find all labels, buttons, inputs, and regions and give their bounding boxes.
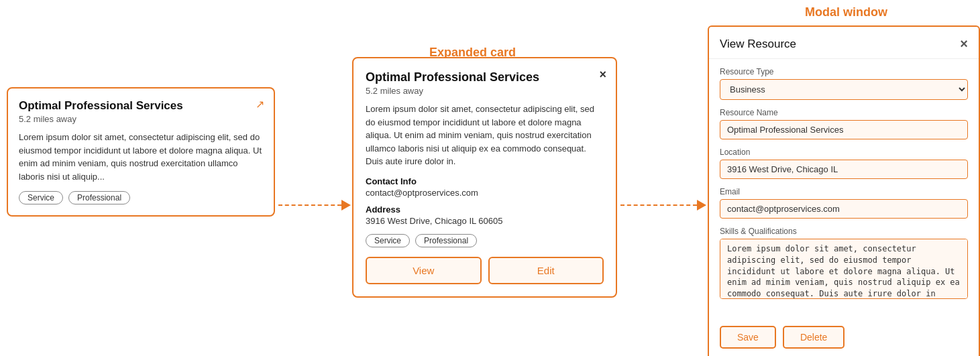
modal-container: View Resource × Resource Type Business R… bbox=[708, 25, 980, 356]
resource-name-group: Resource Name bbox=[720, 108, 968, 139]
expanded-contact-value: contact@optproservices.com bbox=[366, 188, 604, 198]
expanded-close-icon[interactable]: × bbox=[599, 68, 606, 82]
modal-window: View Resource × Resource Type Business R… bbox=[708, 25, 980, 356]
expanded-card-description: Lorem ipsum dolor sit amet, consectetur … bbox=[366, 103, 604, 168]
expanded-card-title: Optimal Professional Services bbox=[366, 70, 604, 84]
skills-label: Skills & Qualifications bbox=[720, 227, 968, 236]
modal-title: View Resource bbox=[720, 38, 796, 51]
arrow-expanded-to-modal bbox=[620, 200, 706, 211]
expanded-card: × Optimal Professional Services 5.2 mile… bbox=[352, 57, 617, 298]
arrow-line-1 bbox=[278, 204, 341, 206]
resource-type-group: Resource Type Business bbox=[720, 67, 968, 100]
delete-button[interactable]: Delete bbox=[783, 326, 845, 349]
condensed-card-distance: 5.2 miles away bbox=[19, 114, 263, 124]
modal-body: Resource Type Business Resource Name Loc… bbox=[709, 59, 979, 319]
resource-name-label: Resource Name bbox=[720, 108, 968, 117]
skills-group: Skills & Qualifications Lorem ipsum dolo… bbox=[720, 227, 968, 302]
expanded-card-distance: 5.2 miles away bbox=[366, 86, 604, 96]
expanded-tag-service: Service bbox=[366, 234, 410, 247]
email-input[interactable] bbox=[720, 199, 968, 219]
expanded-address-value: 3916 West Drive, Chicago IL 60605 bbox=[366, 216, 604, 226]
arrow-line-2 bbox=[620, 204, 697, 206]
expanded-card-actions: View Edit bbox=[366, 257, 604, 284]
skills-textarea[interactable]: Lorem ipsum dolor sit amet, consectetur … bbox=[720, 239, 968, 299]
condensed-card-tags: Service Professional bbox=[19, 191, 263, 204]
edit-button[interactable]: Edit bbox=[488, 257, 604, 284]
arrow-head-1 bbox=[341, 200, 351, 211]
location-group: Location bbox=[720, 147, 968, 179]
condensed-card-body: ↗ Optimal Professional Services 5.2 mile… bbox=[7, 87, 275, 217]
expanded-address-label: Address bbox=[366, 204, 604, 215]
modal-close-icon[interactable]: × bbox=[960, 36, 968, 52]
condensed-card: ↗ Optimal Professional Services 5.2 mile… bbox=[7, 87, 275, 217]
condensed-tag-professional: Professional bbox=[68, 191, 130, 204]
expanded-address-section: Address 3916 West Drive, Chicago IL 6060… bbox=[366, 204, 604, 226]
expanded-contact-section: Contact Info contact@optproservices.com bbox=[366, 176, 604, 198]
view-button[interactable]: View bbox=[366, 257, 482, 284]
email-label: Email bbox=[720, 187, 968, 196]
save-button[interactable]: Save bbox=[720, 326, 776, 349]
expanded-tag-professional: Professional bbox=[415, 234, 477, 247]
resource-type-label: Resource Type bbox=[720, 67, 968, 76]
arrow-head-2 bbox=[697, 200, 706, 211]
resource-type-select[interactable]: Business bbox=[720, 79, 968, 100]
location-label: Location bbox=[720, 147, 968, 157]
modal-footer: Save Delete bbox=[709, 319, 979, 356]
resource-name-input[interactable] bbox=[720, 120, 968, 139]
arrow-condensed-to-expanded bbox=[278, 200, 351, 211]
condensed-tag-service: Service bbox=[19, 191, 63, 204]
expanded-card-tags: Service Professional bbox=[366, 234, 604, 247]
expanded-card-body: × Optimal Professional Services 5.2 mile… bbox=[352, 57, 617, 298]
modal-label: Modal window bbox=[805, 5, 887, 19]
expanded-contact-label: Contact Info bbox=[366, 176, 604, 186]
location-input[interactable] bbox=[720, 160, 968, 179]
modal-header: View Resource × bbox=[709, 27, 979, 59]
condensed-card-description: Lorem ipsum dolor sit amet, consectetur … bbox=[19, 131, 263, 183]
condensed-card-title: Optimal Professional Services bbox=[19, 99, 263, 113]
expand-icon[interactable]: ↗ bbox=[256, 98, 264, 111]
email-group: Email bbox=[720, 187, 968, 219]
